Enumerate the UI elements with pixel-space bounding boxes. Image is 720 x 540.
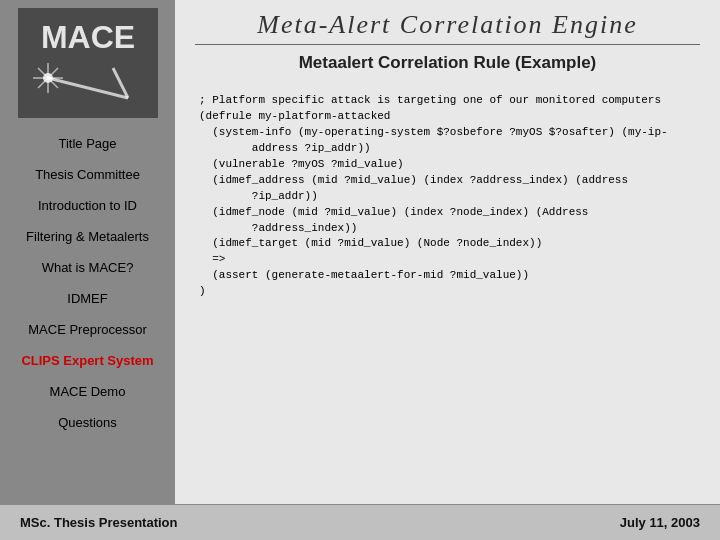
- main-content: ; Platform specific attack is targeting …: [175, 83, 720, 504]
- header: Meta-Alert Correlation Engine Metaalert …: [175, 0, 720, 83]
- footer: MSc. Thesis Presentation July 11, 2003: [0, 504, 720, 540]
- sidebar-item-thesis-committee[interactable]: Thesis Committee: [0, 159, 175, 190]
- header-divider: [195, 44, 700, 45]
- sidebar-item-questions[interactable]: Questions: [0, 407, 175, 438]
- sidebar-item-title-page[interactable]: Title Page: [0, 128, 175, 159]
- footer-right: July 11, 2003: [620, 515, 700, 530]
- sidebar-item-idmef[interactable]: IDMEF: [0, 283, 175, 314]
- sidebar-item-mace-demo[interactable]: MACE Demo: [0, 376, 175, 407]
- sidebar-item-clips-expert-system[interactable]: CLIPS Expert System: [0, 345, 175, 376]
- sidebar-item-what-is-mace[interactable]: What is MACE?: [0, 252, 175, 283]
- page-subtitle: Metaalert Correlation Rule (Example): [299, 53, 597, 73]
- logo-container: MACE: [18, 8, 158, 118]
- app-container: MACE Title PageThesis CommitteeIntroduct…: [0, 0, 720, 540]
- sidebar-nav: Title PageThesis CommitteeIntroduction t…: [0, 128, 175, 438]
- app-title: Meta-Alert Correlation Engine: [257, 10, 638, 40]
- main-layout: MACE Title PageThesis CommitteeIntroduct…: [0, 0, 720, 504]
- content-area: Meta-Alert Correlation Engine Metaalert …: [175, 0, 720, 504]
- code-block: ; Platform specific attack is targeting …: [199, 93, 696, 300]
- sidebar-item-mace-preprocessor[interactable]: MACE Preprocessor: [0, 314, 175, 345]
- footer-left: MSc. Thesis Presentation: [20, 515, 178, 530]
- sidebar-item-filtering-metaalerts[interactable]: Filtering & Metaalerts: [0, 221, 175, 252]
- sidebar: MACE Title PageThesis CommitteeIntroduct…: [0, 0, 175, 504]
- sidebar-item-introduction-to-id[interactable]: Introduction to ID: [0, 190, 175, 221]
- svg-text:MACE: MACE: [40, 19, 134, 55]
- logo-image: MACE: [18, 8, 158, 118]
